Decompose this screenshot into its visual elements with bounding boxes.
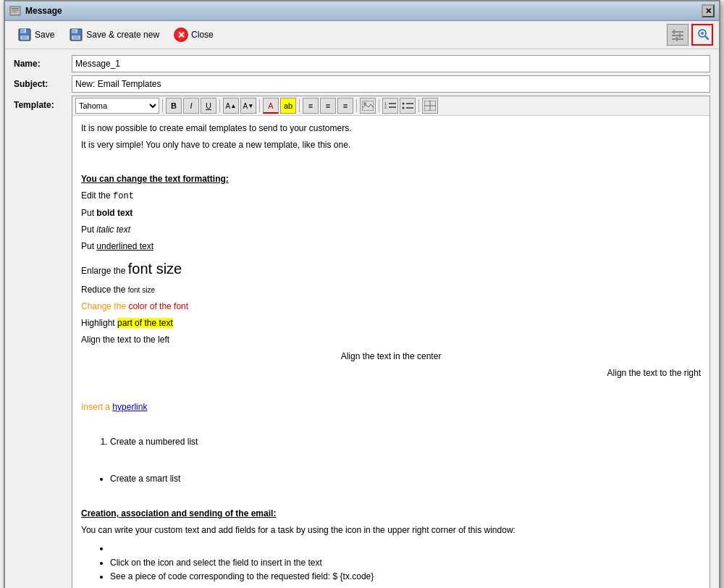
toolbar-sep-1 [162,99,163,112]
svg-rect-1 [12,8,19,9]
name-row: Name: [14,55,710,72]
align-center-line: Align the text in the center [81,350,701,364]
svg-point-24 [702,36,703,38]
svg-point-23 [702,29,703,30]
bold-line: Put bold text [81,206,701,220]
title-bar: Message ✕ [5,1,719,21]
bullet1 [110,542,701,555]
unordered-list-button[interactable] [400,98,416,114]
intro-line1: It is now possible to create email templ… [81,122,701,135]
underline-button[interactable]: U [201,98,216,114]
form-area: Name: Subject: Template: Tahoma Arial Ti… [5,49,719,588]
font-size-down-button[interactable]: A▼ [240,98,256,114]
editor-toolbar: Tahoma Arial Times New Roman B I U A▲ A▼… [72,96,710,116]
font-color-button[interactable]: A [263,98,279,114]
table-button[interactable] [422,98,438,114]
toolbar-field-insert-button[interactable] [691,24,713,46]
field-insert-icon [694,27,710,43]
numbered-list: Create a numbered list [81,435,701,449]
italic-button[interactable]: I [183,98,199,114]
save-create-new-button[interactable]: Save & create new [62,25,166,45]
title-bar-left: Message [9,5,62,17]
reduce-line: Reduce the font size [81,283,701,297]
svg-rect-3 [12,12,17,12]
unordered-list-icon [402,101,413,111]
window-icon [9,5,21,17]
align-right-line: Align the text to the right [81,366,701,380]
name-label: Name: [14,59,72,69]
align-center-button[interactable]: ≡ [320,98,336,114]
close-label: Close [191,30,214,40]
svg-point-21 [701,32,704,35]
svg-text:2.: 2. [384,105,387,109]
svg-rect-2 [12,10,19,11]
ordered-list-icon: 1. 2. [384,101,396,111]
save-new-icon [69,28,83,42]
svg-line-22 [705,36,708,39]
window-title: Message [25,6,62,16]
bold-button[interactable]: B [166,98,182,114]
highlight-line: Highlight part of the text [81,316,701,330]
subject-label: Subject: [14,79,72,89]
toolbar-sep-6 [379,99,379,112]
toolbar-settings-button[interactable] [667,24,689,46]
toolbar-sep-5 [356,99,357,112]
close-icon: ✕ [174,28,188,42]
save-label: Save [35,30,54,40]
svg-rect-8 [22,36,28,39]
font-family-select[interactable]: Tahoma Arial Times New Roman [75,98,159,114]
image-icon [362,101,374,111]
ordered-list-button[interactable]: 1. 2. [382,98,398,114]
svg-point-33 [403,103,405,105]
svg-rect-13 [73,36,79,39]
main-toolbar: Save Save & create new ✕ Close [5,21,719,49]
svg-point-26 [705,33,707,34]
message-window: Message ✕ Save Save & cre [4,0,720,588]
template-row: Template: Tahoma Arial Times New Roman B… [14,96,710,588]
svg-rect-11 [76,29,77,33]
save-button[interactable]: Save [11,25,61,45]
section2-list: Click on the icon and select the field t… [81,542,701,584]
font-size-up-button[interactable]: A▲ [223,98,239,114]
insert-image-button[interactable] [360,98,376,114]
align-right-button[interactable]: ≡ [337,98,353,114]
template-label: Template: [14,96,72,110]
name-input[interactable] [72,55,710,72]
highlight-button[interactable]: ab [280,98,296,114]
svg-point-35 [403,107,405,109]
toolbar-right [667,24,713,46]
svg-rect-19 [676,37,678,41]
svg-point-25 [698,33,699,34]
section2-heading: Creation, association and sending of the… [81,507,701,521]
toolbar-sep-2 [219,99,220,112]
hyperlink-line: Insert a hyperlink [81,400,701,414]
bullet3: See a piece of code corresponding to the… [110,570,701,584]
align-left-button[interactable]: ≡ [303,98,319,114]
toolbar-sep-3 [259,99,260,112]
color-line: Change the color of the font [81,300,701,314]
section1-heading: You can change the text formatting: [81,172,701,186]
subject-input[interactable] [72,75,710,93]
enlarge-line: Enlarge the font size [81,257,701,280]
intro-line2: It is very simple! You only have to crea… [81,138,701,152]
svg-rect-6 [25,29,26,33]
smart-list-item: Create a smart list [110,472,701,486]
svg-point-28 [363,102,366,105]
svg-rect-16 [672,35,683,36]
align-left-line: Align the text to the left [81,333,701,347]
close-button[interactable]: ✕ Close [167,25,220,45]
bullet2: Click on the icon and select the field t… [110,556,701,570]
settings-icon [671,28,684,41]
toolbar-sep-7 [418,99,419,112]
smart-list: Create a smart list [81,472,701,486]
italic-line: Put italic text [81,223,701,237]
save-icon [17,28,32,42]
editor-container: Tahoma Arial Times New Roman B I U A▲ A▼… [72,96,710,588]
window-close-button[interactable]: ✕ [702,4,715,17]
table-icon [424,101,436,111]
save-create-new-label: Save & create new [86,30,159,40]
editor-content[interactable]: It is now possible to create email templ… [72,116,710,588]
edit-font-line: Edit the font [81,189,701,203]
underline-line: Put underlined text [81,240,701,253]
toolbar-sep-4 [299,99,300,112]
